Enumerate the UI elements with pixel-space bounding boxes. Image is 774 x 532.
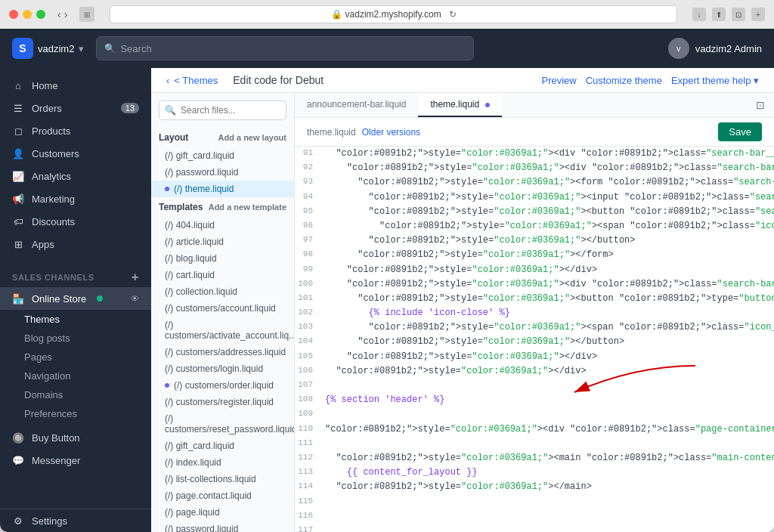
line-content: {{ content_for_layout }}: [322, 466, 774, 480]
file-item[interactable]: (/) page.contact.liquid: [151, 487, 294, 504]
plus-icon[interactable]: +: [751, 8, 765, 21]
sidebar-sub-item-pages[interactable]: Pages: [0, 348, 151, 367]
minimize-button[interactable]: [23, 10, 32, 19]
file-item[interactable]: (/) list-collections.liquid: [151, 471, 294, 487]
file-label: (/) theme.liquid: [174, 184, 234, 194]
file-item[interactable]: (/) blog.liquid: [151, 250, 294, 267]
add-sales-channel-button[interactable]: +: [132, 271, 139, 284]
line-number: 108: [295, 393, 322, 407]
file-item-theme[interactable]: (/) theme.liquid: [151, 181, 294, 197]
sidebar-item-label: Discounts: [32, 216, 75, 227]
line-number: 104: [295, 335, 322, 349]
sidebar-item-orders[interactable]: ☰ Orders 13: [0, 97, 151, 119]
close-button[interactable]: [9, 10, 18, 19]
file-label: (/) gift_card.liquid: [165, 441, 234, 451]
sidebar-item-label: Home: [32, 80, 58, 91]
add-layout-link[interactable]: Add a new layout: [218, 133, 286, 142]
code-line: 98 "color:#0891b2;">style="color:#0369a1…: [295, 248, 774, 262]
file-item[interactable]: (/) article.liquid: [151, 234, 294, 250]
forward-arrow[interactable]: ›: [64, 8, 68, 20]
file-item-password[interactable]: (/) password.liquid: [151, 164, 294, 181]
sidebar-item-messenger[interactable]: 💬 Messenger: [0, 449, 151, 472]
add-template-link[interactable]: Add a new template: [209, 203, 286, 212]
sidebar-item-buy-button[interactable]: 🔘 Buy Button: [0, 426, 151, 449]
save-button[interactable]: Save: [718, 122, 762, 141]
file-item[interactable]: (/) password.liquid: [151, 521, 294, 532]
code-editor[interactable]: 91 "color:#0891b2;">style="color:#0369a1…: [295, 147, 774, 532]
file-item-order[interactable]: (/) customers/order.liquid: [151, 377, 294, 394]
store-name[interactable]: S vadzim2 ▾: [12, 38, 84, 59]
sidebar-item-label: Messenger: [32, 455, 80, 466]
sidebar-item-settings[interactable]: ⚙ Settings: [0, 509, 151, 532]
customize-theme-link[interactable]: Customize theme: [586, 75, 662, 86]
editor-panel: announcement-bar.liquid theme.liquid ⊡ t…: [295, 93, 774, 532]
topbar-search[interactable]: 🔍 Search: [96, 36, 474, 60]
file-item[interactable]: (/) customers/register.liquid: [151, 394, 294, 410]
line-content: "color:#0891b2;">style="color:#0369a1;">…: [322, 451, 774, 466]
file-label: (/) gift_card.liquid: [165, 150, 234, 161]
titlebar-right: ↓ ⬆ ⊡ +: [692, 8, 765, 21]
breadcrumb-file: theme.liquid: [307, 127, 356, 138]
topbar-right: v vadzim2 Admin: [668, 38, 762, 59]
window-icon[interactable]: ⊡: [732, 8, 745, 21]
file-item[interactable]: (/) customers/login.liquid: [151, 360, 294, 377]
online-store-eye-icon[interactable]: 👁: [131, 294, 139, 303]
tab-theme[interactable]: theme.liquid: [418, 93, 501, 117]
sidebar-item-label: Apps: [32, 239, 54, 250]
code-line: 104 "color:#0891b2;">style="color:#0369a…: [295, 335, 774, 349]
url-bar[interactable]: 🔒 vadzim2.myshopify.com ↻: [110, 5, 677, 23]
file-item[interactable]: (/) gift_card.liquid: [151, 438, 294, 454]
tab-announcement[interactable]: announcement-bar.liquid: [295, 93, 418, 117]
expert-theme-help-link[interactable]: Expert theme help ▾: [671, 75, 759, 86]
code-line: 101 "color:#0891b2;">style="color:#0369a…: [295, 292, 774, 306]
line-number: 112: [295, 451, 322, 466]
sidebar-sub-item-blog-posts[interactable]: Blog posts: [0, 329, 151, 348]
line-content: [322, 495, 774, 509]
expand-editor-button[interactable]: ⊡: [747, 93, 774, 117]
file-item[interactable]: (/) customers/activate_account.liq...: [151, 317, 294, 344]
line-number: 91: [295, 147, 322, 161]
file-item[interactable]: (/) page.liquid: [151, 504, 294, 521]
sidebar-item-marketing[interactable]: 📢 Marketing: [0, 187, 151, 210]
sidebar-item-home[interactable]: ⌂ Home: [0, 74, 151, 97]
sidebar-sub-item-navigation[interactable]: Navigation: [0, 367, 151, 385]
sidebar-sub-item-domains[interactable]: Domains: [0, 385, 151, 404]
sidebar-sub-item-preferences[interactable]: Preferences: [0, 404, 151, 423]
file-item[interactable]: (/) collection.liquid: [151, 283, 294, 300]
line-number: 96: [295, 219, 322, 234]
maximize-button[interactable]: [36, 10, 45, 19]
older-versions-link[interactable]: Older versions: [362, 127, 420, 138]
sidebar-item-online-store[interactable]: 🏪 Online Store 👁: [0, 287, 151, 310]
sidebar-sub-item-themes[interactable]: Themes: [0, 310, 151, 329]
code-line: 95 "color:#0891b2;">style="color:#0369a1…: [295, 205, 774, 219]
sidebar-item-analytics[interactable]: 📈 Analytics: [0, 165, 151, 187]
line-number: 92: [295, 161, 322, 175]
sidebar-item-customers[interactable]: 👤 Customers: [0, 142, 151, 165]
tab-label: announcement-bar.liquid: [307, 99, 406, 110]
file-panel: 🔍 Layout Add a new layout (/) gift_card.…: [151, 93, 295, 532]
code-line: 107: [295, 379, 774, 393]
file-item[interactable]: (/) customers/reset_password.liquid: [151, 410, 294, 438]
line-content: {% section 'header' %}: [322, 393, 774, 407]
file-item[interactable]: (/) cart.liquid: [151, 267, 294, 283]
file-search-input[interactable]: [159, 101, 286, 120]
line-content: "color:#0891b2;">style="color:#0369a1;">…: [322, 190, 774, 205]
file-item[interactable]: (/) 404.liquid: [151, 217, 294, 234]
file-item[interactable]: (/) customers/addresses.liquid: [151, 344, 294, 360]
sidebar-item-discounts[interactable]: 🏷 Discounts: [0, 210, 151, 233]
back-to-themes[interactable]: ‹ < Themes: [166, 75, 218, 86]
download-icon[interactable]: ↓: [692, 8, 706, 21]
line-content: "color:#0891b2;">style="color:#0369a1;">…: [322, 422, 774, 437]
line-number: 93: [295, 175, 322, 190]
back-arrow[interactable]: ‹: [57, 8, 61, 20]
reload-icon[interactable]: ↻: [449, 9, 457, 20]
file-item[interactable]: (/) customers/account.liquid: [151, 300, 294, 317]
share-icon[interactable]: ⬆: [712, 8, 726, 21]
file-item-gift-card[interactable]: (/) gift_card.liquid: [151, 147, 294, 164]
preview-link[interactable]: Preview: [541, 75, 576, 86]
sidebar-item-apps[interactable]: ⊞ Apps: [0, 233, 151, 255]
file-item[interactable]: (/) index.liquid: [151, 454, 294, 471]
sidebar-item-products[interactable]: ◻ Products: [0, 119, 151, 142]
lock-icon: 🔒: [331, 9, 342, 20]
code-line: 103 "color:#0891b2;">style="color:#0369a…: [295, 320, 774, 335]
